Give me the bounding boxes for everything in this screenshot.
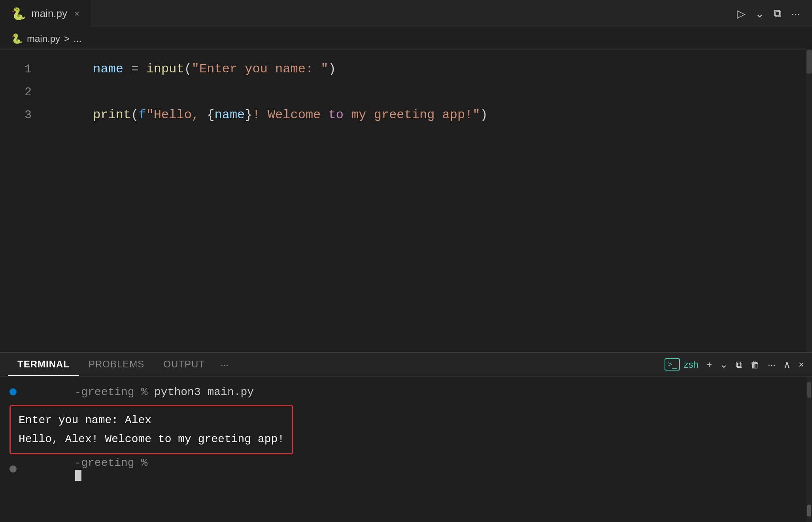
terminal-panel: TERMINAL PROBLEMS OUTPUT ··· >_ zsh + ⌄ …: [0, 352, 812, 522]
terminal-content[interactable]: -greeting % python3 main.py Enter you na…: [0, 376, 812, 522]
breadcrumb-filename[interactable]: main.py: [27, 33, 60, 44]
breadcrumb-rest: ...: [74, 33, 81, 44]
tab-problems[interactable]: PROBLEMS: [79, 353, 154, 376]
more-actions-icon[interactable]: ···: [791, 8, 800, 20]
line-number-1: 1: [8, 58, 32, 81]
terminal-dropdown-icon[interactable]: ⌄: [720, 359, 728, 370]
terminal-toolbar-right: >_ zsh + ⌄ ⧉ 🗑 ··· ∧ ×: [665, 358, 804, 371]
terminal-cursor: [75, 470, 81, 481]
terminal-scrollbar[interactable]: [806, 376, 812, 522]
tab-output[interactable]: OUTPUT: [154, 353, 214, 376]
terminal-output-line1: Enter you name: Alex: [19, 411, 284, 430]
add-terminal-button[interactable]: +: [706, 359, 712, 370]
editor-scrollbar[interactable]: [806, 50, 812, 352]
breadcrumb-python-icon: 🐍: [11, 33, 23, 44]
delete-terminal-icon[interactable]: 🗑: [750, 359, 760, 370]
python-icon: 🐍: [11, 7, 26, 21]
terminal-dot-blue: [9, 388, 17, 395]
terminal-scrollbar-thumb2: [807, 505, 811, 516]
tab-main-py[interactable]: 🐍 main.py ×: [0, 0, 91, 27]
run-icon[interactable]: ▷: [737, 7, 746, 20]
terminal-prompt-line: -greeting %: [9, 459, 803, 479]
split-editor-icon[interactable]: ⧉: [774, 7, 782, 20]
line-number-3: 3: [8, 104, 32, 127]
dropdown-icon[interactable]: ⌄: [755, 7, 764, 20]
zsh-badge: >_ zsh: [665, 358, 699, 371]
breadcrumb: 🐍 main.py > ...: [0, 28, 812, 50]
split-terminal-icon[interactable]: ⧉: [736, 359, 742, 370]
terminal-icon: >_: [665, 358, 680, 371]
terminal-more-icon[interactable]: ···: [768, 359, 776, 370]
terminal-scrollbar-thumb: [807, 382, 811, 398]
line-number-2: 2: [8, 81, 32, 104]
terminal-close-icon[interactable]: ×: [799, 359, 804, 370]
code-line-3: 3 print(f"Hello, {name}! Welcome to my g…: [0, 104, 812, 127]
tab-terminal[interactable]: TERMINAL: [8, 353, 79, 376]
terminal-collapse-icon[interactable]: ∧: [784, 359, 791, 370]
terminal-command-line: -greeting % python3 main.py: [9, 382, 803, 402]
tab-bar: 🐍 main.py × ▷ ⌄ ⧉ ···: [0, 0, 812, 28]
toolbar-right: ▷ ⌄ ⧉ ···: [737, 7, 812, 20]
zsh-label: zsh: [684, 359, 699, 370]
code-content-3: print(f"Hello, {name}! Welcome to my gre…: [47, 81, 488, 149]
tab-close-button[interactable]: ×: [74, 9, 79, 19]
breadcrumb-separator: >: [64, 33, 70, 44]
terminal-tabs-more[interactable]: ···: [214, 359, 235, 370]
code-line-1: 1 name = input("Enter you name: "): [0, 58, 812, 81]
tab-filename: main.py: [31, 8, 67, 20]
terminal-prompt-text: -greeting %: [21, 444, 147, 494]
terminal-dot-grey: [9, 465, 17, 473]
editor-scrollbar-thumb: [806, 50, 812, 74]
editor-area[interactable]: 1 name = input("Enter you name: ") 2 3 p…: [0, 50, 812, 352]
terminal-tab-bar: TERMINAL PROBLEMS OUTPUT ··· >_ zsh + ⌄ …: [0, 353, 812, 376]
